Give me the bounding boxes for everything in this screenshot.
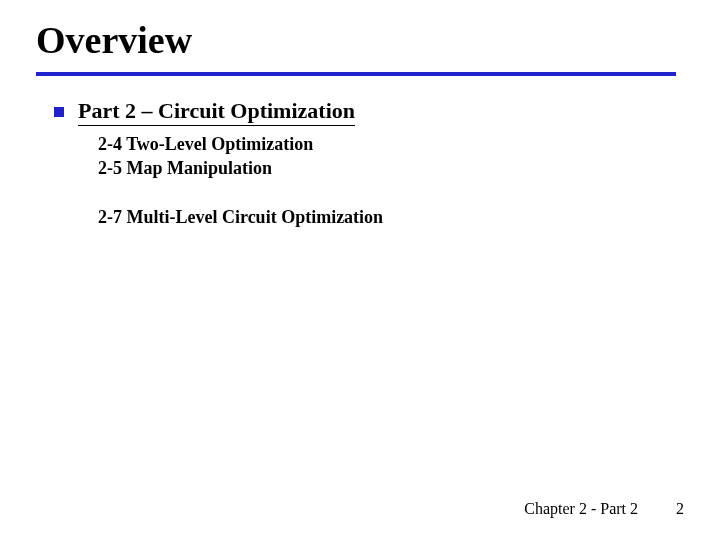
- subitem-list: 2-4 Two-Level Optimization 2-5 Map Manip…: [98, 132, 684, 229]
- slide: Overview Part 2 – Circuit Optimization 2…: [0, 0, 720, 540]
- bullet-label: Part 2 – Circuit Optimization: [78, 98, 355, 126]
- footer-page-number: 2: [676, 500, 684, 518]
- list-item: 2-5 Map Manipulation: [98, 156, 684, 180]
- slide-title: Overview: [36, 18, 684, 62]
- list-gap: [98, 181, 684, 205]
- list-item: 2-7 Multi-Level Circuit Optimization: [98, 205, 684, 229]
- list-item: 2-4 Two-Level Optimization: [98, 132, 684, 156]
- title-underline: [36, 72, 676, 76]
- footer: Chapter 2 - Part 2 2: [524, 500, 684, 518]
- bullet-item: Part 2 – Circuit Optimization: [54, 98, 684, 126]
- square-bullet-icon: [54, 107, 64, 117]
- footer-chapter: Chapter 2 - Part 2: [524, 500, 638, 518]
